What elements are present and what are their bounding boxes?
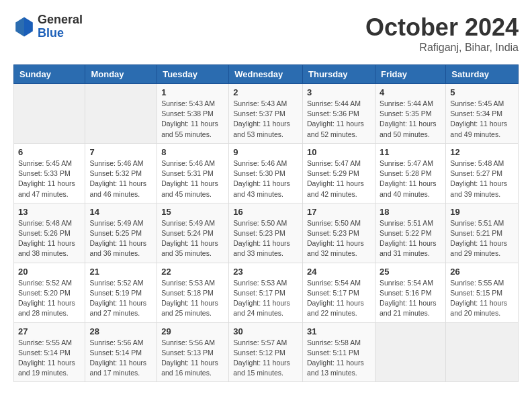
day-info: Sunrise: 5:53 AM Sunset: 5:17 PM Dayligh… — [233, 278, 298, 319]
day-info: Sunrise: 5:50 AM Sunset: 5:23 PM Dayligh… — [307, 218, 371, 259]
day-number: 24 — [307, 267, 371, 277]
day-info: Sunrise: 5:49 AM Sunset: 5:25 PM Dayligh… — [89, 218, 152, 259]
calendar-cell: 23Sunrise: 5:53 AM Sunset: 5:17 PM Dayli… — [229, 263, 303, 322]
calendar-cell: 3Sunrise: 5:44 AM Sunset: 5:36 PM Daylig… — [303, 84, 375, 144]
calendar-cell: 22Sunrise: 5:53 AM Sunset: 5:18 PM Dayli… — [157, 263, 229, 322]
calendar-cell: 24Sunrise: 5:54 AM Sunset: 5:17 PM Dayli… — [303, 263, 375, 322]
header-tuesday: Tuesday — [157, 65, 229, 84]
day-number: 27 — [18, 326, 81, 336]
day-info: Sunrise: 5:56 AM Sunset: 5:14 PM Dayligh… — [89, 338, 152, 379]
day-info: Sunrise: 5:48 AM Sunset: 5:27 PM Dayligh… — [450, 158, 514, 199]
day-number: 3 — [307, 87, 371, 97]
day-info: Sunrise: 5:51 AM Sunset: 5:22 PM Dayligh… — [380, 218, 441, 259]
day-number: 28 — [89, 326, 152, 336]
calendar-cell: 11Sunrise: 5:47 AM Sunset: 5:28 PM Dayli… — [375, 143, 445, 203]
calendar-cell: 15Sunrise: 5:49 AM Sunset: 5:24 PM Dayli… — [157, 203, 229, 263]
calendar-cell: 26Sunrise: 5:55 AM Sunset: 5:15 PM Dayli… — [446, 263, 519, 322]
day-info: Sunrise: 5:46 AM Sunset: 5:31 PM Dayligh… — [161, 158, 224, 199]
day-number: 29 — [161, 326, 224, 336]
day-info: Sunrise: 5:52 AM Sunset: 5:20 PM Dayligh… — [18, 278, 81, 319]
day-number: 30 — [233, 326, 298, 336]
calendar-week-1: 6Sunrise: 5:45 AM Sunset: 5:33 PM Daylig… — [14, 143, 519, 203]
day-number: 2 — [233, 87, 298, 97]
day-number: 19 — [450, 207, 514, 217]
day-info: Sunrise: 5:48 AM Sunset: 5:26 PM Dayligh… — [18, 218, 81, 259]
calendar-cell: 7Sunrise: 5:46 AM Sunset: 5:32 PM Daylig… — [85, 143, 157, 203]
day-info: Sunrise: 5:53 AM Sunset: 5:18 PM Dayligh… — [161, 278, 224, 319]
title-area: October 2024 Rafiganj, Bihar, India — [365, 13, 519, 54]
day-number: 7 — [89, 147, 152, 157]
day-number: 21 — [89, 267, 152, 277]
calendar-header: Sunday Monday Tuesday Wednesday Thursday… — [14, 65, 519, 84]
calendar-cell: 25Sunrise: 5:54 AM Sunset: 5:16 PM Dayli… — [375, 263, 445, 322]
day-number: 23 — [233, 267, 298, 277]
day-number: 6 — [18, 147, 81, 157]
day-info: Sunrise: 5:47 AM Sunset: 5:29 PM Dayligh… — [307, 158, 371, 199]
calendar-cell: 4Sunrise: 5:44 AM Sunset: 5:35 PM Daylig… — [375, 84, 445, 144]
calendar-week-0: 1Sunrise: 5:43 AM Sunset: 5:38 PM Daylig… — [14, 84, 519, 144]
page-header: General Blue October 2024 Rafiganj, Biha… — [13, 13, 519, 54]
day-info: Sunrise: 5:46 AM Sunset: 5:32 PM Dayligh… — [89, 158, 152, 199]
calendar-cell: 2Sunrise: 5:43 AM Sunset: 5:37 PM Daylig… — [229, 84, 303, 144]
location-title: Rafiganj, Bihar, India — [365, 42, 519, 54]
day-info: Sunrise: 5:45 AM Sunset: 5:34 PM Dayligh… — [450, 99, 514, 140]
day-number: 12 — [450, 147, 514, 157]
day-number: 4 — [380, 87, 441, 97]
day-number: 1 — [161, 87, 224, 97]
logo: General Blue — [13, 13, 83, 40]
calendar-cell: 18Sunrise: 5:51 AM Sunset: 5:22 PM Dayli… — [375, 203, 445, 263]
calendar-cell: 28Sunrise: 5:56 AM Sunset: 5:14 PM Dayli… — [85, 322, 157, 382]
header-monday: Monday — [85, 65, 157, 84]
day-number: 26 — [450, 267, 514, 277]
header-thursday: Thursday — [303, 65, 375, 84]
day-number: 11 — [380, 147, 441, 157]
day-number: 22 — [161, 267, 224, 277]
day-info: Sunrise: 5:54 AM Sunset: 5:16 PM Dayligh… — [380, 278, 441, 319]
day-info: Sunrise: 5:43 AM Sunset: 5:38 PM Dayligh… — [161, 99, 224, 140]
day-info: Sunrise: 5:55 AM Sunset: 5:14 PM Dayligh… — [18, 338, 81, 379]
logo-general: General — [38, 13, 83, 27]
day-number: 25 — [380, 267, 441, 277]
day-number: 10 — [307, 147, 371, 157]
day-info: Sunrise: 5:57 AM Sunset: 5:12 PM Dayligh… — [233, 338, 298, 379]
calendar-cell: 10Sunrise: 5:47 AM Sunset: 5:29 PM Dayli… — [303, 143, 375, 203]
calendar-cell — [85, 84, 157, 144]
calendar-cell: 17Sunrise: 5:50 AM Sunset: 5:23 PM Dayli… — [303, 203, 375, 263]
month-title: October 2024 — [365, 13, 519, 42]
calendar-week-2: 13Sunrise: 5:48 AM Sunset: 5:26 PM Dayli… — [14, 203, 519, 263]
calendar-cell — [446, 322, 519, 382]
day-info: Sunrise: 5:56 AM Sunset: 5:13 PM Dayligh… — [161, 338, 224, 379]
day-number: 9 — [233, 147, 298, 157]
day-number: 8 — [161, 147, 224, 157]
calendar-cell: 16Sunrise: 5:50 AM Sunset: 5:23 PM Dayli… — [229, 203, 303, 263]
calendar-cell: 30Sunrise: 5:57 AM Sunset: 5:12 PM Dayli… — [229, 322, 303, 382]
day-number: 31 — [307, 326, 371, 336]
day-info: Sunrise: 5:46 AM Sunset: 5:30 PM Dayligh… — [233, 158, 298, 199]
calendar-cell: 27Sunrise: 5:55 AM Sunset: 5:14 PM Dayli… — [14, 322, 85, 382]
calendar-cell — [375, 322, 445, 382]
calendar-week-3: 20Sunrise: 5:52 AM Sunset: 5:20 PM Dayli… — [14, 263, 519, 322]
day-number: 5 — [450, 87, 514, 97]
calendar-cell: 29Sunrise: 5:56 AM Sunset: 5:13 PM Dayli… — [157, 322, 229, 382]
day-number: 15 — [161, 207, 224, 217]
header-sunday: Sunday — [14, 65, 85, 84]
day-info: Sunrise: 5:47 AM Sunset: 5:28 PM Dayligh… — [380, 158, 441, 199]
logo-blue: Blue — [38, 27, 64, 40]
day-info: Sunrise: 5:45 AM Sunset: 5:33 PM Dayligh… — [18, 158, 81, 199]
day-info: Sunrise: 5:44 AM Sunset: 5:35 PM Dayligh… — [380, 99, 441, 140]
day-info: Sunrise: 5:51 AM Sunset: 5:21 PM Dayligh… — [450, 218, 514, 259]
calendar-cell: 8Sunrise: 5:46 AM Sunset: 5:31 PM Daylig… — [157, 143, 229, 203]
logo-text: General Blue — [38, 13, 83, 40]
header-friday: Friday — [375, 65, 445, 84]
day-number: 13 — [18, 207, 81, 217]
calendar-cell: 19Sunrise: 5:51 AM Sunset: 5:21 PM Dayli… — [446, 203, 519, 263]
day-info: Sunrise: 5:58 AM Sunset: 5:11 PM Dayligh… — [307, 338, 371, 379]
day-info: Sunrise: 5:55 AM Sunset: 5:15 PM Dayligh… — [450, 278, 514, 319]
calendar-cell: 5Sunrise: 5:45 AM Sunset: 5:34 PM Daylig… — [446, 84, 519, 144]
calendar-body: 1Sunrise: 5:43 AM Sunset: 5:38 PM Daylig… — [14, 84, 519, 382]
header-saturday: Saturday — [446, 65, 519, 84]
day-number: 14 — [89, 207, 152, 217]
calendar-cell: 12Sunrise: 5:48 AM Sunset: 5:27 PM Dayli… — [446, 143, 519, 203]
header-wednesday: Wednesday — [229, 65, 303, 84]
calendar-cell — [14, 84, 85, 144]
